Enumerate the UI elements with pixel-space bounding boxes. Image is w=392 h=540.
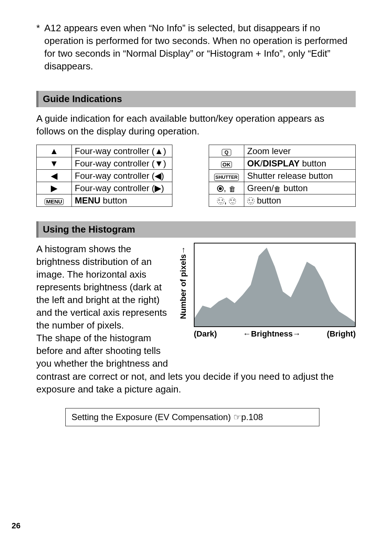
guide-desc: Four-way controller (▼) (72, 157, 172, 169)
table-row: SHUTTER Shutter release button (209, 169, 356, 182)
left-arrow-icon: ◀ (51, 171, 57, 181)
guide-desc: Green/🗑 button (244, 182, 356, 194)
guide-desc: Four-way controller (◀) (72, 169, 172, 182)
cross-reference-box: Setting the Exposure (EV Compensation) ☞… (65, 408, 319, 426)
guide-desc: MENU button (72, 194, 172, 206)
section-heading-histogram: Using the Histogram (36, 221, 356, 238)
face-detect-off-icon (229, 198, 236, 205)
down-arrow-icon: ▼ (50, 158, 58, 168)
zoom-lever-icon: Q (222, 149, 232, 156)
green-button-icon (217, 185, 224, 192)
table-row: ◀ Four-way controller (◀) (37, 169, 172, 182)
histogram-description-continued: contrast are correct or not, and lets yo… (36, 370, 356, 396)
guide-desc: Four-way controller (▲) (72, 145, 172, 157)
face-detect-icon (217, 197, 224, 205)
page-number: 26 (12, 521, 20, 531)
trash-icon: 🗑 (274, 185, 281, 193)
table-row: OK OK/DISPLAY button (209, 157, 356, 169)
histogram-description-left: A histogram shows the brightness distrib… (36, 243, 174, 370)
table-row: MENU MENU button (37, 194, 172, 206)
face-detect-icon (247, 197, 254, 205)
pointer-icon: ☞ (233, 412, 241, 422)
right-arrow-icon: ▶ (51, 183, 57, 193)
up-arrow-icon: ▲ (50, 146, 58, 156)
ok-button-icon: OK (221, 161, 232, 168)
table-row: ▼ Four-way controller (▼) (37, 157, 172, 169)
histogram-x-axis-labels: (Dark) ←Brightness→ (Bright) (194, 329, 356, 339)
guide-desc: Four-way controller (▶) (72, 182, 172, 194)
histogram-y-axis-label: Number of pixels→ (179, 246, 188, 319)
guide-desc: OK/DISPLAY button (244, 157, 356, 169)
table-row: , button (209, 194, 356, 206)
guide-desc: Shutter release button (244, 169, 356, 182)
footnote-asterisk: * (36, 22, 44, 73)
guide-intro-text: A guide indication for each available bu… (36, 112, 356, 138)
section-heading-guide: Guide Indications (36, 91, 356, 107)
table-row: ▲ Four-way controller (▲) (37, 145, 172, 157)
guide-desc: Zoom lever (244, 145, 356, 157)
footnote-text: A12 appears even when “No Info” is selec… (44, 22, 356, 73)
table-row: Q Zoom lever (209, 145, 356, 157)
histogram-area-shape (195, 243, 355, 326)
separator-comma: , (224, 183, 228, 193)
menu-button-icon: MENU (45, 198, 64, 205)
trash-icon: 🗑 (229, 185, 236, 193)
histogram-bright-label: (Bright) (327, 329, 356, 339)
guide-desc: button (244, 194, 356, 206)
footnote-a12: * A12 appears even when “No Info” is sel… (36, 22, 356, 73)
shutter-button-icon: SHUTTER (214, 174, 238, 181)
histogram-brightness-label: ←Brightness→ (243, 329, 301, 339)
histogram-dark-label: (Dark) (194, 329, 217, 339)
separator-comma: , (224, 196, 229, 205)
guide-table-right: Q Zoom lever OK OK/DISPLAY button SHUTTE… (209, 145, 356, 207)
table-row: ▶ Four-way controller (▶) (37, 182, 172, 194)
guide-table-left: ▲ Four-way controller (▲) ▼ Four-way con… (36, 145, 172, 207)
table-row: , 🗑 Green/🗑 button (209, 182, 356, 194)
histogram-chart (194, 243, 356, 327)
